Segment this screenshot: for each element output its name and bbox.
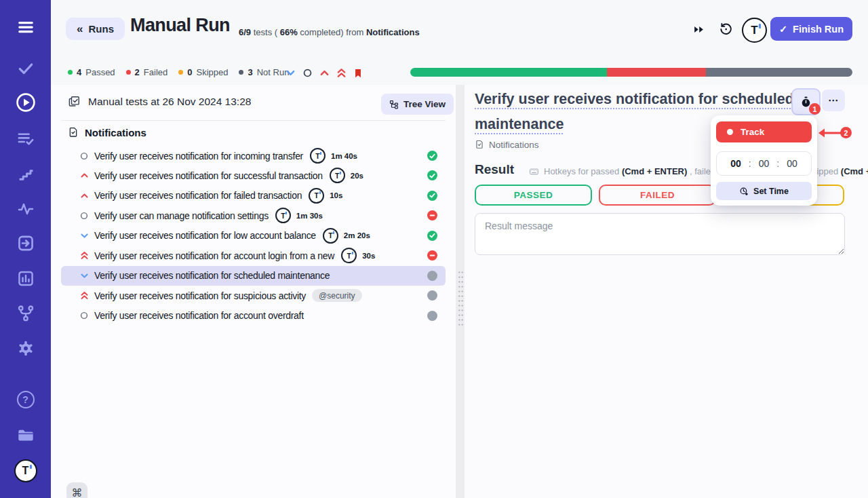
suite-name: Notifications <box>366 27 420 37</box>
testomat-logo-top[interactable]: T <box>742 18 767 43</box>
back-to-runs-button[interactable]: « Runs <box>66 18 125 40</box>
folder-notifications[interactable]: Notifications <box>68 126 146 138</box>
test-row[interactable]: Verify user receives notification for su… <box>61 286 446 305</box>
projects-folder-icon[interactable] <box>16 426 35 444</box>
test-title: Verify user receives notification for sc… <box>94 270 330 281</box>
percent-completed: 66% <box>280 27 298 37</box>
analytics-icon[interactable] <box>16 269 35 288</box>
logo-letter: T <box>335 172 339 180</box>
test-row[interactable]: Verify user can manage notification sett… <box>61 206 446 225</box>
testomat-badge-icon: T <box>310 148 326 164</box>
test-title: Verify user receives notification for su… <box>94 170 323 181</box>
notrun-count: 3 <box>248 67 252 77</box>
timer-history-icon[interactable] <box>719 22 733 36</box>
test-row[interactable]: Verify user receives notification for ac… <box>61 306 446 326</box>
record-dot-icon <box>727 129 733 135</box>
logo-letter: T <box>315 152 319 160</box>
track-button[interactable]: Track <box>716 121 812 142</box>
test-duration: 10s <box>330 191 342 199</box>
testomat-logo[interactable]: T <box>14 459 37 482</box>
test-plans-icon[interactable] <box>16 130 35 148</box>
progress-failed-segment <box>607 68 705 77</box>
priority-normal-icon <box>79 211 90 221</box>
result-heading: Result <box>475 162 514 177</box>
test-row-selected[interactable]: Verify user receives notification for sc… <box>61 266 446 286</box>
test-row[interactable]: Verify user receives notification for su… <box>61 166 446 185</box>
test-row[interactable]: Verify user receives notification for fa… <box>61 186 446 206</box>
test-duration: 1m 40s <box>331 152 357 160</box>
priority-filters <box>285 67 363 79</box>
passed-button-label: PASSED <box>514 190 553 200</box>
priority-normal-icon <box>79 311 90 320</box>
panel-resizer[interactable] <box>456 85 465 498</box>
run-stats: 4Passed 2Failed 0Skipped 3Not Run <box>68 67 289 77</box>
test-row[interactable]: Verify user receives notification for lo… <box>61 226 446 246</box>
status-failed-icon <box>427 210 437 221</box>
skipped-count: 0 <box>187 67 192 77</box>
fast-forward-icon[interactable] <box>693 24 705 35</box>
menu-icon[interactable] <box>16 18 35 36</box>
hours-input[interactable]: 00 <box>730 158 741 169</box>
tree-view-icon <box>389 100 399 109</box>
failed-label: Failed <box>144 67 167 77</box>
set-time-button[interactable]: Set Time <box>716 182 812 200</box>
seconds-input[interactable]: 00 <box>787 158 797 169</box>
finish-run-label: Finish Run <box>793 24 844 35</box>
run-progress-subtitle: 6/9 tests ( 66% completed) from Notifica… <box>239 27 420 37</box>
status-passed-icon <box>427 191 437 201</box>
check-icon: ✓ <box>779 24 787 35</box>
hotkey-skipped: (Cmd + I) <box>841 166 868 176</box>
time-input-group: 00 : 00 : 00 <box>716 151 812 176</box>
test-row[interactable]: Verify user receives notification for ac… <box>61 246 446 265</box>
tests-check-icon[interactable] <box>16 60 35 77</box>
import-icon[interactable] <box>16 234 35 252</box>
tree-view-button[interactable]: Tree View <box>381 94 454 115</box>
test-title: Verify user can manage notification sett… <box>94 210 269 221</box>
logo-letter: T <box>328 231 332 240</box>
filter-priority-low-icon[interactable] <box>285 69 296 77</box>
progress-notrun-segment <box>706 68 852 77</box>
status-notrun-icon <box>427 311 437 321</box>
detail-breadcrumb[interactable]: Notifications <box>475 139 539 150</box>
breadcrumb-label: Notifications <box>489 140 539 150</box>
hotkeys-text: Hotkeys for passed (Cmd + ENTER) , faile… <box>544 166 868 176</box>
notrun-label: Not Run <box>257 67 290 77</box>
filter-priority-high-icon[interactable] <box>319 69 330 77</box>
status-failed-icon <box>427 250 437 261</box>
run-progress-bar <box>410 68 852 77</box>
logo-letter: T <box>22 465 29 477</box>
annotation-arrow-icon <box>817 128 843 138</box>
steps-icon[interactable] <box>17 166 35 183</box>
minutes-input[interactable]: 00 <box>759 158 770 169</box>
branches-icon[interactable] <box>16 304 35 322</box>
priority-highest-icon <box>79 250 90 261</box>
logo-letter: T <box>751 24 757 37</box>
set-time-label: Set Time <box>753 187 789 196</box>
test-row[interactable]: Verify user receives notification for in… <box>61 146 446 166</box>
passed-dot-icon <box>68 70 73 75</box>
filter-priority-normal-icon[interactable] <box>302 68 313 78</box>
notrun-dot-icon <box>239 70 243 75</box>
help-icon[interactable]: ? <box>17 391 35 408</box>
failed-button[interactable]: FAILED <box>599 185 716 206</box>
divider <box>61 120 446 121</box>
colon: : <box>776 158 779 169</box>
result-message-input[interactable] <box>475 213 845 255</box>
logo-letter: T <box>347 252 351 260</box>
filter-bookmark-icon[interactable] <box>353 68 363 79</box>
testomat-badge-icon: T <box>341 248 357 263</box>
filter-priority-highest-icon[interactable] <box>336 67 347 79</box>
more-options-button[interactable]: ⋯ <box>822 90 845 111</box>
runs-play-icon[interactable] <box>15 92 37 113</box>
testomat-badge-icon: T <box>323 228 338 244</box>
finish-run-button[interactable]: ✓ Finish Run <box>770 17 852 41</box>
run-title: Manual tests at 26 Nov 2024 13:28 <box>88 96 251 108</box>
passed-button[interactable]: PASSED <box>475 185 592 206</box>
annotation-badge-2: 2 <box>840 127 852 138</box>
status-notrun-icon <box>427 271 437 281</box>
file-check-icon <box>68 126 79 138</box>
pulse-icon[interactable] <box>16 201 35 217</box>
hotkeys-cmd-button[interactable]: ⌘ <box>66 482 87 498</box>
settings-gear-icon[interactable] <box>16 339 35 358</box>
file-check-icon <box>475 139 484 150</box>
